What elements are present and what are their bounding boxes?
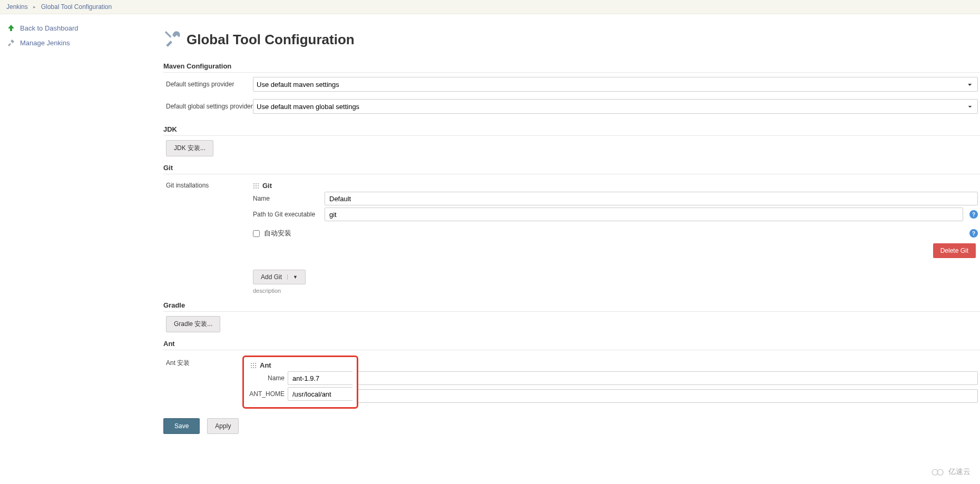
chevron-right-icon: ▸ — [33, 4, 36, 9]
git-description-hint: description — [253, 288, 978, 294]
tools-icon — [6, 38, 16, 47]
git-name-label: Name — [253, 195, 321, 202]
git-autoinstall-checkbox[interactable] — [253, 230, 260, 237]
ant-home-label: ANT_HOME — [248, 390, 288, 398]
ant-name-input-ext[interactable] — [358, 371, 978, 385]
maven-global-label: Default global settings provider — [163, 103, 253, 110]
ant-highlight-box: Ant Name ANT_HOME — [242, 355, 358, 409]
ant-name-label: Name — [248, 374, 288, 382]
sidebar-back-label: Back to Dashboard — [20, 24, 79, 32]
sidebar-manage-jenkins[interactable]: Manage Jenkins — [4, 35, 158, 50]
add-git-label: Add Git — [261, 273, 282, 281]
git-installations-label: Git installations — [163, 179, 253, 189]
section-gradle: Gradle — [163, 301, 980, 312]
section-maven: Maven Configuration — [163, 62, 980, 73]
gradle-install-button[interactable]: Gradle 安装... — [166, 316, 220, 332]
git-path-label: Path to Git executable — [253, 211, 321, 218]
drag-handle-icon[interactable] — [250, 362, 257, 369]
git-path-input[interactable] — [325, 208, 963, 221]
jdk-install-button[interactable]: JDK 安装... — [166, 140, 213, 156]
save-button[interactable]: Save — [163, 418, 200, 434]
ant-installations-label: Ant 安装 — [163, 355, 242, 368]
help-icon[interactable]: ? — [969, 229, 978, 238]
ant-name-input[interactable] — [288, 371, 352, 385]
drag-handle-icon[interactable] — [253, 183, 259, 189]
section-jdk: JDK — [163, 125, 980, 136]
maven-default-select[interactable]: Use default maven settings — [253, 77, 978, 92]
help-icon[interactable]: ? — [969, 210, 978, 219]
svg-rect-0 — [165, 31, 172, 38]
ant-tool-title: Ant — [260, 361, 271, 369]
sidebar-manage-label: Manage Jenkins — [20, 39, 70, 47]
ant-home-input[interactable] — [288, 387, 352, 401]
add-git-button[interactable]: Add Git ▼ — [253, 270, 306, 284]
breadcrumb-global-tool-config[interactable]: Global Tool Configuration — [41, 3, 112, 11]
ant-home-input-ext[interactable] — [358, 389, 978, 403]
maven-global-select[interactable]: Use default maven global settings — [253, 99, 978, 114]
wrench-screwdriver-icon — [163, 30, 181, 50]
main-content: Global Tool Configuration Maven Configur… — [158, 14, 980, 450]
git-tool-title: Git — [262, 182, 272, 190]
section-git: Git — [163, 164, 980, 174]
git-autoinstall-label: 自动安装 — [264, 229, 291, 238]
git-name-input[interactable] — [325, 192, 978, 205]
delete-git-button[interactable]: Delete Git — [933, 243, 976, 258]
sidebar-back-dashboard[interactable]: Back to Dashboard — [4, 21, 158, 35]
breadcrumb-jenkins[interactable]: Jenkins — [6, 3, 28, 11]
caret-down-icon: ▼ — [287, 274, 298, 280]
maven-default-label: Default settings provider — [163, 81, 253, 88]
breadcrumb: Jenkins ▸ Global Tool Configuration — [0, 0, 980, 14]
apply-button[interactable]: Apply — [207, 418, 239, 434]
sidebar: Back to Dashboard Manage Jenkins — [0, 14, 158, 450]
up-arrow-icon — [6, 23, 16, 33]
section-ant: Ant — [163, 340, 980, 350]
page-title: Global Tool Configuration — [187, 32, 355, 48]
